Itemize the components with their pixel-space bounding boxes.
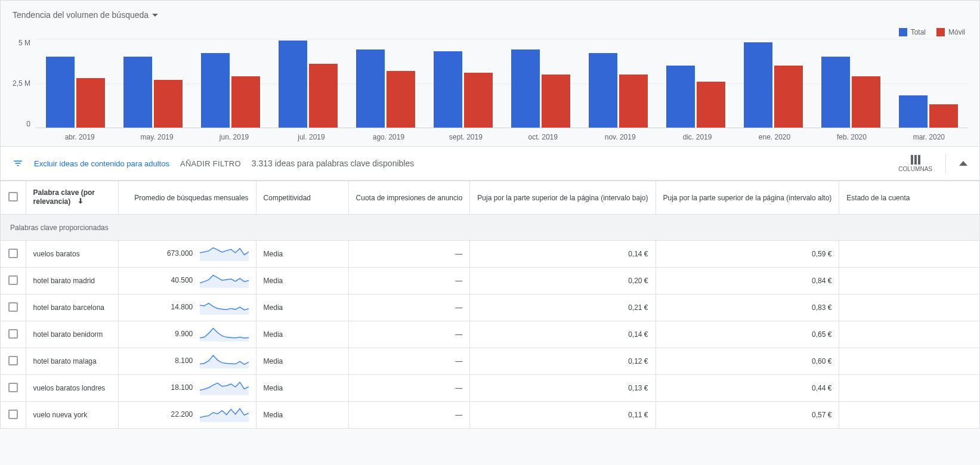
row-checkbox[interactable]: [8, 356, 18, 365]
bar-mobile: [154, 80, 183, 128]
col-account-status[interactable]: Estado de la cuenta: [839, 181, 980, 215]
x-tick: mar. 2020: [891, 128, 967, 141]
sparkline: [200, 300, 249, 315]
bar-total: [744, 42, 772, 128]
bar-mobile: [542, 75, 570, 128]
bar-group[interactable]: [347, 39, 424, 128]
legend-label-mobile: Móvil: [948, 28, 965, 36]
y-tick: 0: [13, 120, 30, 128]
legend-mobile[interactable]: Móvil: [936, 28, 965, 36]
bar-mobile: [929, 104, 958, 128]
x-tick: jun. 2019: [196, 128, 273, 141]
cell-bid-high: 0,60 €: [656, 348, 839, 375]
cell-keyword[interactable]: vuelos baratos londres: [26, 375, 118, 402]
col-bid-low-label: Puja por la parte superior de la página …: [477, 194, 648, 202]
cell-bid-high: 0,57 €: [656, 402, 839, 429]
bar-group[interactable]: [890, 39, 967, 128]
cell-bid-low: 0,14 €: [470, 321, 656, 348]
bar-mobile: [231, 76, 260, 128]
sparkline: [200, 247, 249, 261]
y-axis: 5 M 2,5 M 0: [13, 39, 36, 128]
x-tick: feb. 2020: [813, 128, 890, 141]
add-filter-button[interactable]: AÑADIR FILTRO: [180, 159, 241, 168]
cell-keyword[interactable]: vuelos baratos: [26, 241, 118, 268]
row-checkbox[interactable]: [8, 383, 18, 392]
collapse-chevron-icon[interactable]: [959, 161, 967, 166]
cell-bid-low: 0,21 €: [470, 294, 656, 321]
chart-plot: [36, 39, 967, 128]
cell-bid-low: 0,13 €: [470, 375, 656, 402]
bar-group[interactable]: [580, 39, 657, 128]
sort-arrow-down-icon: [76, 197, 85, 207]
x-tick: jul. 2019: [273, 128, 350, 141]
keywords-table: Palabra clave (por relevancia) Promedio …: [0, 181, 980, 429]
table-row: hotel barato madrid40.500 Media—0,20 €0,…: [1, 268, 980, 294]
bar-mobile: [387, 71, 415, 128]
select-all-checkbox[interactable]: [8, 192, 18, 202]
cell-keyword[interactable]: hotel barato barcelona: [26, 294, 118, 321]
bar-group[interactable]: [269, 39, 347, 128]
col-avg-label: Promedio de búsquedas mensuales: [134, 194, 248, 202]
bar-total: [46, 57, 75, 128]
chevron-down-icon: [152, 14, 158, 17]
bar-group[interactable]: [114, 39, 191, 128]
bar-group[interactable]: [191, 39, 269, 128]
cell-competition: Media: [256, 241, 348, 268]
cell-impression: —: [348, 241, 470, 268]
row-checkbox[interactable]: [8, 329, 18, 339]
x-tick: may. 2019: [118, 128, 195, 141]
col-status-label: Estado de la cuenta: [846, 194, 910, 202]
cell-impression: —: [348, 348, 470, 375]
col-keyword[interactable]: Palabra clave (por relevancia): [26, 181, 118, 215]
col-avg-searches[interactable]: Promedio de búsquedas mensuales: [118, 181, 256, 215]
cell-status: [839, 375, 980, 402]
bar-total: [899, 95, 928, 128]
sparkline: [200, 274, 249, 288]
legend-total[interactable]: Total: [899, 28, 926, 36]
col-competition[interactable]: Competitividad: [256, 181, 348, 215]
cell-avg: 8.100: [118, 348, 256, 375]
bar-group[interactable]: [424, 39, 502, 128]
row-checkbox[interactable]: [8, 249, 18, 258]
bar-group[interactable]: [657, 39, 735, 128]
bar-mobile: [619, 75, 648, 128]
cell-keyword[interactable]: hotel barato malaga: [26, 348, 118, 375]
chart-title-dropdown[interactable]: Tendencia del volumen de búsqueda: [13, 5, 967, 28]
bar-group[interactable]: [735, 39, 812, 128]
row-checkbox[interactable]: [8, 410, 18, 419]
cell-status: [839, 348, 980, 375]
cell-keyword[interactable]: hotel barato benidorm: [26, 321, 118, 348]
x-tick: oct. 2019: [505, 128, 582, 141]
cell-bid-low: 0,11 €: [470, 402, 656, 429]
x-axis: abr. 2019may. 2019jun. 2019jul. 2019ago.…: [41, 128, 967, 141]
cell-bid-low: 0,20 €: [470, 268, 656, 294]
bar-mobile: [464, 73, 493, 128]
row-checkbox[interactable]: [8, 302, 18, 312]
group-row: Palabras clave proporcionadas: [1, 215, 980, 241]
cell-avg: 673.000: [118, 241, 256, 268]
bar-total: [279, 41, 307, 128]
cell-keyword[interactable]: vuelo nueva york: [26, 402, 118, 429]
x-tick: ago. 2019: [350, 128, 427, 141]
cell-competition: Media: [256, 402, 348, 429]
bar-group[interactable]: [502, 39, 579, 128]
bar-total: [123, 57, 152, 128]
cell-keyword[interactable]: hotel barato madrid: [26, 268, 118, 294]
bar-group[interactable]: [812, 39, 890, 128]
x-tick: abr. 2019: [41, 128, 118, 141]
col-top-bid-low[interactable]: Puja por la parte superior de la página …: [470, 181, 656, 215]
columns-button[interactable]: COLUMNAS: [898, 155, 932, 172]
filter-icon[interactable]: [13, 158, 23, 169]
col-impression-share[interactable]: Cuota de impresiones de anuncio: [348, 181, 470, 215]
row-checkbox[interactable]: [8, 275, 18, 285]
exclude-adult-link[interactable]: Excluir ideas de contenido para adultos: [34, 159, 169, 168]
cell-impression: —: [348, 402, 470, 429]
columns-label: COLUMNAS: [898, 166, 932, 172]
filter-bar: Excluir ideas de contenido para adultos …: [0, 147, 980, 181]
col-top-bid-high[interactable]: Puja por la parte superior de la página …: [656, 181, 839, 215]
cell-competition: Media: [256, 268, 348, 294]
cell-bid-high: 0,59 €: [656, 241, 839, 268]
bar-group[interactable]: [36, 39, 114, 128]
cell-status: [839, 294, 980, 321]
sparkline: [200, 327, 249, 342]
